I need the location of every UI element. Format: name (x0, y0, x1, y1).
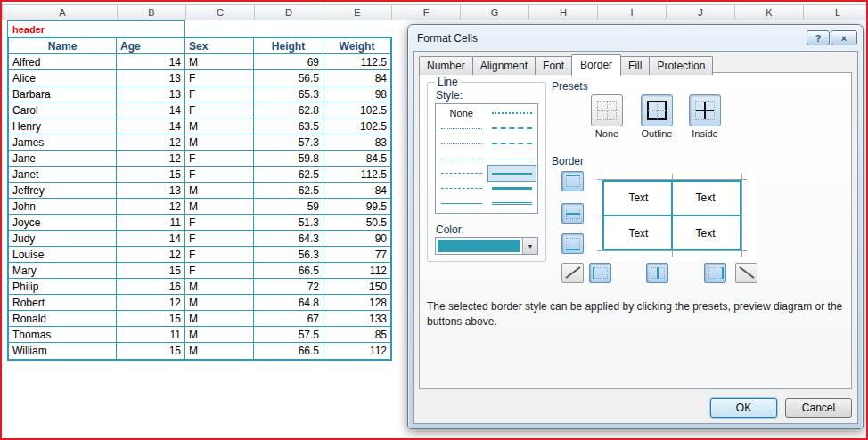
top-border-button[interactable] (561, 171, 584, 191)
cell-name[interactable]: Louise (9, 247, 117, 263)
dialog-titlebar[interactable]: Format Cells ? × (408, 25, 863, 51)
table-row[interactable]: James 12 M 57.3 83 (9, 134, 390, 151)
cell-name[interactable]: Jane (9, 151, 117, 167)
cell-height[interactable]: 57.3 (254, 134, 323, 151)
cell-sex[interactable]: F (185, 247, 254, 263)
line-style-thick[interactable] (488, 181, 536, 196)
cell-height[interactable]: 63.5 (254, 118, 323, 134)
cell-name[interactable]: James (9, 134, 117, 151)
cell-sex[interactable]: M (185, 54, 254, 70)
cell-height[interactable]: 56.3 (254, 247, 323, 263)
cell-weight[interactable]: 83 (323, 134, 390, 151)
table-row[interactable]: John 12 M 59 99.5 (9, 199, 390, 215)
cell-age[interactable]: 13 (117, 70, 185, 86)
tab-alignment[interactable]: Alignment (472, 56, 536, 75)
cell-height[interactable]: 65.3 (254, 86, 323, 102)
cell-age[interactable]: 13 (117, 86, 185, 102)
table-row[interactable]: Janet 15 F 62.5 112.5 (9, 167, 390, 183)
cell-age[interactable]: 12 (117, 247, 185, 263)
cell-sex[interactable]: F (185, 263, 254, 279)
column-header[interactable]: D (255, 4, 323, 20)
cell-name[interactable]: Jeffrey (9, 183, 117, 199)
cell-weight[interactable]: 112.5 (323, 167, 390, 183)
line-style-dotted[interactable] (438, 121, 486, 136)
middle-vertical-border-button[interactable] (646, 263, 668, 283)
cell-age[interactable]: 12 (117, 295, 185, 311)
line-style-thin[interactable] (438, 196, 486, 211)
line-style-dash-dot-dot[interactable] (438, 136, 486, 151)
line-style-med-dashed[interactable] (488, 136, 536, 151)
cell-weight[interactable]: 102.5 (323, 118, 390, 134)
table-row[interactable]: Ronald 15 M 67 133 (9, 311, 390, 327)
cell-age[interactable]: 11 (117, 327, 185, 343)
line-style-double[interactable] (488, 196, 536, 211)
cell-age[interactable]: 12 (117, 199, 185, 215)
cell-name[interactable]: Thomas (9, 327, 117, 343)
cell-sex[interactable]: F (185, 215, 254, 231)
table-row[interactable]: Alfred 14 M 69 112.5 (9, 54, 390, 70)
cell-height[interactable]: 62.8 (254, 102, 323, 118)
cell-age[interactable]: 12 (117, 151, 185, 167)
table-row[interactable]: Louise 12 F 56.3 77 (9, 247, 390, 263)
cell-sex[interactable]: M (185, 343, 254, 359)
cell-name[interactable]: Alfred (9, 54, 117, 70)
header-cell-sex[interactable]: Sex (185, 38, 254, 54)
cell-height[interactable]: 67 (254, 311, 323, 327)
cell-name[interactable]: Barbara (9, 86, 117, 102)
table-row[interactable]: Barbara 13 F 65.3 98 (9, 86, 390, 102)
cell-sex[interactable]: F (185, 102, 254, 118)
cell-height[interactable]: 66.5 (254, 343, 323, 359)
cell-weight[interactable]: 85 (323, 327, 390, 343)
tab-fill[interactable]: Fill (620, 56, 650, 75)
cell-age[interactable]: 14 (117, 102, 185, 118)
cell-sex[interactable]: F (185, 70, 254, 86)
ok-button[interactable]: OK (710, 398, 777, 418)
right-border-button[interactable] (704, 263, 726, 283)
cell-a1[interactable]: header (7, 20, 185, 37)
column-header[interactable]: E (323, 4, 392, 20)
cell-sex[interactable]: F (185, 167, 254, 183)
table-row[interactable]: Jane 12 F 59.8 84.5 (9, 151, 390, 167)
cell-height[interactable]: 66.5 (254, 263, 323, 279)
table-row[interactable]: Joyce 11 F 51.3 50.5 (9, 215, 390, 231)
cell-height[interactable]: 62.5 (254, 183, 323, 199)
line-style-listbox[interactable]: None (435, 103, 538, 214)
diagonal-down-border-button[interactable] (735, 263, 757, 283)
cell-name[interactable]: Ronald (9, 311, 117, 327)
tab-protection[interactable]: Protection (649, 56, 713, 75)
cell-age[interactable]: 14 (117, 54, 185, 70)
cell-weight[interactable]: 112 (323, 263, 390, 279)
cell-sex[interactable]: M (185, 134, 254, 151)
close-icon[interactable]: × (831, 30, 857, 45)
preset-none-button[interactable] (591, 94, 623, 126)
help-icon[interactable]: ? (807, 30, 830, 45)
cell-name[interactable]: Henry (9, 118, 117, 134)
cell-sex[interactable]: M (185, 183, 254, 199)
cell-name[interactable]: Robert (9, 295, 117, 311)
column-header[interactable]: F (392, 4, 461, 20)
cell-weight[interactable]: 90 (323, 231, 390, 247)
header-cell-age[interactable]: Age (117, 38, 185, 54)
cell-age[interactable]: 15 (117, 343, 185, 359)
cell-weight[interactable]: 102.5 (323, 102, 390, 118)
cell-weight[interactable]: 77 (323, 247, 390, 263)
line-style-dash-dot[interactable] (438, 151, 486, 167)
cell-height[interactable]: 51.3 (254, 215, 323, 231)
line-style-hairline[interactable] (488, 151, 536, 167)
cell-weight[interactable]: 133 (323, 311, 390, 327)
line-style-med-dash-dot[interactable] (488, 121, 536, 136)
column-header[interactable]: H (529, 4, 598, 20)
cell-weight[interactable]: 50.5 (323, 215, 390, 231)
cell-weight[interactable]: 112 (323, 343, 390, 359)
column-header[interactable]: G (461, 4, 529, 20)
cell-sex[interactable]: M (185, 199, 254, 215)
preset-outline-button[interactable] (641, 94, 673, 126)
cell-age[interactable]: 14 (117, 118, 185, 134)
column-header[interactable]: I (598, 4, 667, 20)
bottom-border-button[interactable] (561, 233, 584, 254)
cell-age[interactable]: 16 (117, 279, 185, 295)
cell-sex[interactable]: M (185, 279, 254, 295)
line-style-dashed[interactable] (438, 166, 486, 181)
cell-age[interactable]: 14 (117, 231, 185, 247)
cell-age[interactable]: 15 (117, 263, 185, 279)
